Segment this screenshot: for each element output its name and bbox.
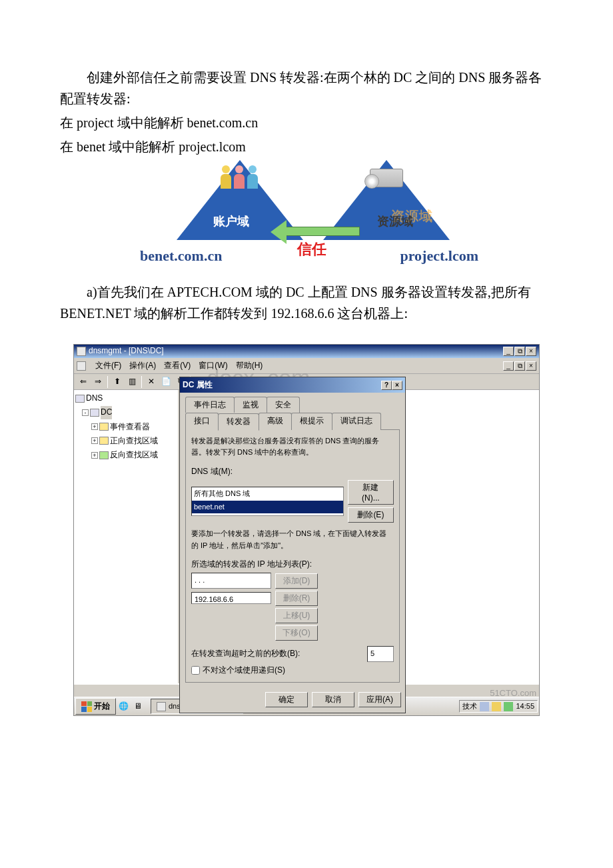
dc-properties-dialog: DC 属性 ? × 事件日志 监视 安全 接口 转发器 高级 根提示 调试日志 xyxy=(179,377,406,713)
dialog-close-button[interactable]: × xyxy=(392,381,402,390)
dns-domain-list[interactable]: 所有其他 DNS 域 benet.net xyxy=(191,487,344,516)
forward-button[interactable]: ⇒ xyxy=(91,375,105,389)
start-label: 开始 xyxy=(94,700,110,713)
list-item-benet[interactable]: benet.net xyxy=(192,501,343,514)
main-area: DNS - DC + 事件查看器 + 正向查找区域 + 反向查找区域 xyxy=(74,390,539,683)
trust-label: 信任 xyxy=(297,237,326,261)
fwd-zone-icon xyxy=(99,437,109,445)
no-recursion-checkbox[interactable] xyxy=(191,666,200,675)
paragraph-step-a: a)首先我们在 APTECH.COM 域的 DC 上配置 DNS 服务器设置转发… xyxy=(60,281,553,324)
tray-network-icon[interactable] xyxy=(480,702,489,711)
tree-dc-label: DC xyxy=(101,406,112,419)
menu-view[interactable]: 查看(V) xyxy=(164,359,191,372)
tray-volume-icon[interactable] xyxy=(504,702,513,711)
tabs-row2: 接口 转发器 高级 根提示 调试日志 xyxy=(185,413,400,429)
quicklaunch-ie-icon[interactable]: 🌐 xyxy=(117,701,129,713)
dns-domain-label: DNS 域(M): xyxy=(191,465,394,478)
timeout-label: 在转发查询超时之前的秒数(B): xyxy=(191,647,300,660)
tab-monitor[interactable]: 监视 xyxy=(234,397,267,413)
tab-roothint[interactable]: 根提示 xyxy=(291,413,332,429)
window-title: dnsmgmt - [DNS\DC] xyxy=(89,345,503,357)
task-icon xyxy=(157,702,166,711)
watermark-51cto: 51CTO.com xyxy=(490,688,536,699)
tree-dc[interactable]: - DC xyxy=(75,405,177,419)
tree-root-label: DNS xyxy=(86,392,103,405)
new-button[interactable]: 新建(N)... xyxy=(348,480,394,505)
mdi-minimize-button[interactable]: _ xyxy=(503,361,514,371)
dialog-help-button[interactable]: ? xyxy=(381,381,392,390)
dns-screenshot: .docx .com dnsmgmt - [DNS\DC] _ ⧉ × 文件(F… xyxy=(73,344,540,716)
close-button[interactable]: × xyxy=(526,347,536,356)
tab-interface[interactable]: 接口 xyxy=(185,413,219,429)
ip-list-value[interactable]: 192.168.6.6 xyxy=(191,592,271,604)
trust-diagram: 账户域 benet.com.cn 资源域 资源域 project.lcom 信任 xyxy=(140,165,473,265)
tree-root[interactable]: DNS xyxy=(75,391,177,405)
app-icon xyxy=(77,347,86,356)
ok-button[interactable]: 确定 xyxy=(265,692,308,707)
up-button[interactable]: ⬆ xyxy=(111,375,124,389)
delete-domain-button[interactable]: 删除(E) xyxy=(348,507,394,523)
remove-ip-button[interactable]: 删除(R) xyxy=(275,591,318,606)
expand-rev[interactable]: + xyxy=(91,452,98,459)
mdi-close-button[interactable]: × xyxy=(526,361,536,371)
back-button[interactable]: ⇐ xyxy=(77,375,90,389)
tab-debuglog[interactable]: 调试日志 xyxy=(332,413,381,429)
expand-dc[interactable]: - xyxy=(82,409,89,416)
timeout-input[interactable]: 5 xyxy=(367,646,394,662)
maximize-button[interactable]: ⧉ xyxy=(514,347,525,356)
tab-eventlog[interactable]: 事件日志 xyxy=(185,397,235,413)
rev-zone-icon xyxy=(99,451,109,459)
tab-advanced[interactable]: 高级 xyxy=(259,413,292,429)
no-recursion-label: 不对这个域使用递归(S) xyxy=(203,664,285,677)
tab-security[interactable]: 安全 xyxy=(267,397,300,413)
resource-domain-label: 资源域 xyxy=(377,212,413,231)
tray-clock: 14:55 xyxy=(516,701,534,713)
add-ip-button[interactable]: 添加(D) xyxy=(275,573,318,589)
tray-shield-icon[interactable] xyxy=(492,702,501,711)
paragraph-intro: 创建外部信任之前需要设置 DNS 转发器:在两个林的 DC 之间的 DNS 服务… xyxy=(60,67,553,109)
forwarder-desc: 转发器是解决那些这台服务器没有应答的 DNS 查询的服务器。转发下列 DNS 域… xyxy=(191,435,394,459)
expand-viewer[interactable]: + xyxy=(91,423,98,430)
server-icon xyxy=(370,162,406,189)
dns-root-icon xyxy=(75,395,85,403)
menu-help[interactable]: 帮助(H) xyxy=(236,359,263,372)
tree-rev-label: 反向查找区域 xyxy=(110,449,158,461)
tab-forwarder[interactable]: 转发器 xyxy=(218,413,259,430)
show-hide-button[interactable]: ▥ xyxy=(125,375,139,389)
minimize-button[interactable]: _ xyxy=(503,347,514,356)
dc-icon xyxy=(90,409,99,417)
menu-action[interactable]: 操作(A) xyxy=(129,359,156,372)
no-recursion-row[interactable]: 不对这个域使用递归(S) xyxy=(191,664,394,677)
system-tray: 技术 14:55 xyxy=(459,700,538,713)
tree-panel: DNS - DC + 事件查看器 + 正向查找区域 + 反向查找区域 xyxy=(74,390,179,683)
tree-rev-zone[interactable]: + 反向查找区域 xyxy=(75,448,177,462)
ip-input[interactable]: . . . xyxy=(191,573,271,589)
add-forwarder-desc: 要添加一个转发器，请选择一个 DNS 域，在下面键入转发器的 IP 地址，然后单… xyxy=(191,528,394,551)
move-up-button[interactable]: 上移(U) xyxy=(275,608,318,623)
quicklaunch-desktop-icon[interactable]: 🖥 xyxy=(132,701,144,713)
tree-fwd-zone[interactable]: + 正向查找区域 xyxy=(75,434,177,448)
cancel-button[interactable]: 取消 xyxy=(312,692,354,707)
delete-button[interactable]: ✕ xyxy=(145,375,158,389)
paragraph-resolve-project: 在 project 域中能解析 benet.com.cn xyxy=(60,112,553,133)
list-item-all-other[interactable]: 所有其他 DNS 域 xyxy=(192,487,343,501)
start-button[interactable]: 开始 xyxy=(75,698,116,715)
windows-logo-icon xyxy=(81,701,92,712)
tree-event-viewer[interactable]: + 事件查看器 xyxy=(75,420,177,434)
apply-button[interactable]: 应用(A) xyxy=(358,692,401,707)
tabs-row1: 事件日志 监视 安全 xyxy=(185,397,400,413)
account-domain-label: 账户域 xyxy=(213,212,249,231)
domain-right-label: project.lcom xyxy=(400,244,479,267)
move-down-button[interactable]: 下移(O) xyxy=(275,625,318,641)
menu-window[interactable]: 窗口(W) xyxy=(199,359,227,372)
expand-fwd[interactable]: + xyxy=(91,437,98,444)
people-icon xyxy=(220,165,259,191)
mdi-icon xyxy=(77,361,86,371)
window-titlebar: dnsmgmt - [DNS\DC] _ ⧉ × xyxy=(74,345,539,358)
menu-file[interactable]: 文件(F) xyxy=(95,359,121,372)
mdi-restore-button[interactable]: ⧉ xyxy=(514,361,525,371)
event-viewer-icon xyxy=(99,423,109,431)
properties-button[interactable]: 📄 xyxy=(159,375,173,389)
tree-fwd-label: 正向查找区域 xyxy=(110,435,158,447)
dialog-titlebar: DC 属性 ? × xyxy=(180,377,405,393)
